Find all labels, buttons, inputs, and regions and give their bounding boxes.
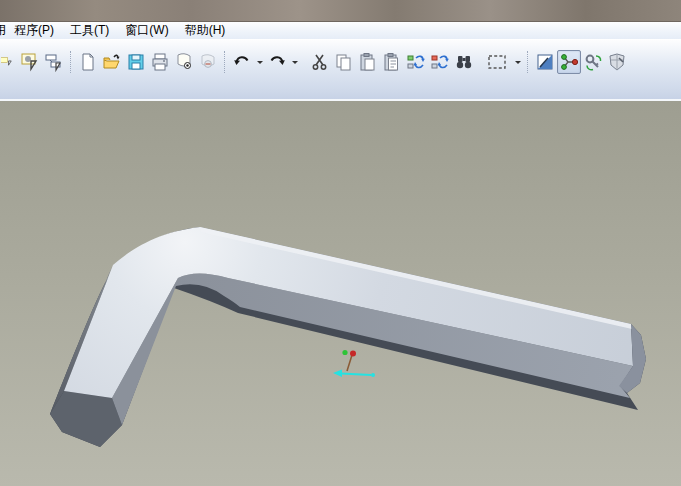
- paste-icon: [358, 52, 378, 72]
- menu-item-program[interactable]: 程序(P): [6, 22, 62, 39]
- binoculars-icon: [454, 52, 474, 72]
- note-pencil-icon: [1, 52, 15, 72]
- toolbar-separator: [224, 51, 226, 73]
- copy-button[interactable]: [332, 50, 356, 74]
- datum-plane-icon: [535, 52, 555, 72]
- spin-center-marker: [333, 350, 375, 377]
- image-pencil-icon: [20, 52, 40, 72]
- spin-center-key-icon: [583, 52, 603, 72]
- application-window: 用 程序(P) 工具(T) 窗口(W) 帮助(H): [0, 0, 681, 486]
- printer-icon: [150, 52, 170, 72]
- hex-key-model[interactable]: [0, 101, 681, 486]
- paste-button[interactable]: [356, 50, 380, 74]
- annotate-note-button[interactable]: [0, 50, 16, 74]
- 3d-viewport[interactable]: 查询啦 chaxunla.com: [0, 101, 681, 486]
- menu-item-help[interactable]: 帮助(H): [177, 22, 234, 39]
- save-floppy-icon: [126, 52, 146, 72]
- hex-key-tip-face[interactable]: [50, 391, 122, 447]
- select-menu-caret[interactable]: [512, 51, 523, 73]
- mail-seal-icon: [198, 52, 218, 72]
- saved-views-button[interactable]: [605, 50, 629, 74]
- scissors-icon: [310, 52, 330, 72]
- document-tag-icon: [174, 52, 194, 72]
- open-folder-icon: [102, 52, 122, 72]
- redo-button[interactable]: [265, 50, 289, 74]
- regenerate-icon: [406, 52, 426, 72]
- saved-views-shield-icon: [607, 52, 627, 72]
- copy-icon: [334, 52, 354, 72]
- datum-axes-icon: [559, 52, 579, 72]
- datum-display-toggle[interactable]: [533, 50, 557, 74]
- select-rectangle-icon: [486, 52, 508, 72]
- paste-special-icon: [382, 52, 402, 72]
- regenerate-manager-icon: [430, 52, 450, 72]
- menu-item-tools[interactable]: 工具(T): [62, 22, 117, 39]
- new-file-icon: [78, 52, 98, 72]
- redo-icon: [267, 52, 287, 72]
- undo-button[interactable]: [230, 50, 254, 74]
- main-toolbar: [0, 39, 681, 101]
- undo-icon: [232, 52, 252, 72]
- annotate-balloon-button[interactable]: [42, 50, 66, 74]
- regenerate-button[interactable]: [404, 50, 428, 74]
- undo-menu-caret[interactable]: [254, 51, 265, 73]
- desktop-wallpaper-strip: [0, 0, 681, 22]
- balloon-pencil-icon: [44, 52, 64, 72]
- print-button[interactable]: [148, 50, 172, 74]
- document-tag-button[interactable]: [172, 50, 196, 74]
- regenerate-manager-button[interactable]: [428, 50, 452, 74]
- menu-bar: 用 程序(P) 工具(T) 窗口(W) 帮助(H): [0, 22, 681, 39]
- cut-button[interactable]: [308, 50, 332, 74]
- spin-center-toggle[interactable]: [581, 50, 605, 74]
- toolbar-separator: [70, 51, 72, 73]
- datum-axes-display-toggle[interactable]: [557, 50, 581, 74]
- menu-item-window[interactable]: 窗口(W): [117, 22, 176, 39]
- open-file-button[interactable]: [100, 50, 124, 74]
- paste-special-button[interactable]: [380, 50, 404, 74]
- annotate-image-button[interactable]: [18, 50, 42, 74]
- toolbar-row: [0, 40, 681, 79]
- select-box-button[interactable]: [482, 50, 512, 74]
- redo-menu-caret[interactable]: [289, 51, 300, 73]
- mail-seal-button[interactable]: [196, 50, 220, 74]
- save-file-button[interactable]: [124, 50, 148, 74]
- toolbar-separator: [527, 51, 529, 73]
- new-file-button[interactable]: [76, 50, 100, 74]
- find-button[interactable]: [452, 50, 476, 74]
